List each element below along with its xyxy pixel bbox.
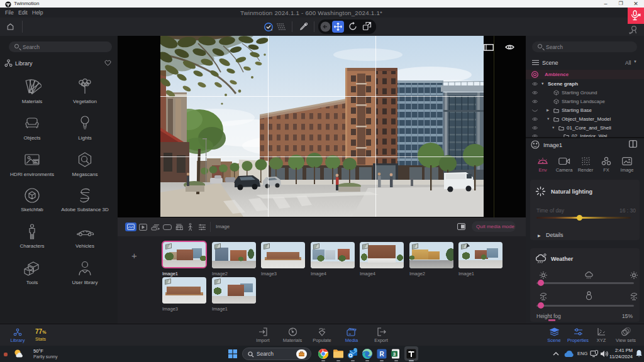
svg-text:R: R — [379, 351, 384, 358]
svg-text:3: 3 — [393, 351, 396, 357]
